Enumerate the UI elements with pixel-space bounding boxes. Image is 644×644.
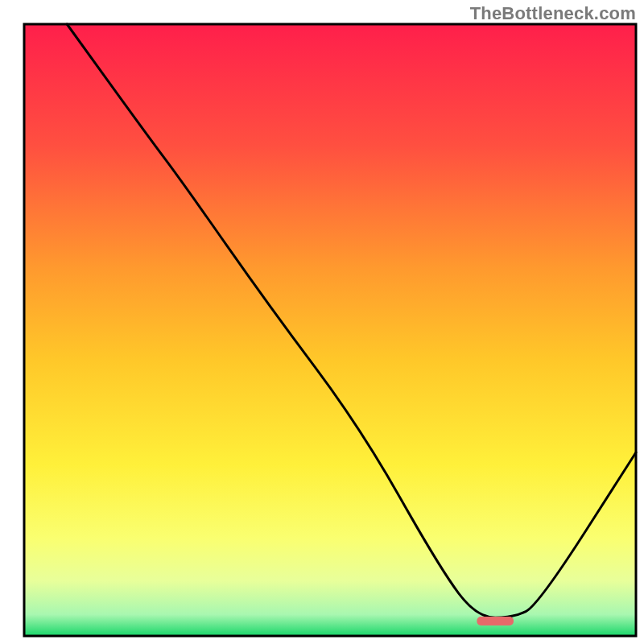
optimal-marker (477, 617, 514, 625)
chart-container: TheBottleneck.com (0, 0, 644, 644)
chart-svg (0, 0, 644, 644)
gradient-background (24, 24, 636, 636)
watermark-text: TheBottleneck.com (470, 3, 636, 24)
